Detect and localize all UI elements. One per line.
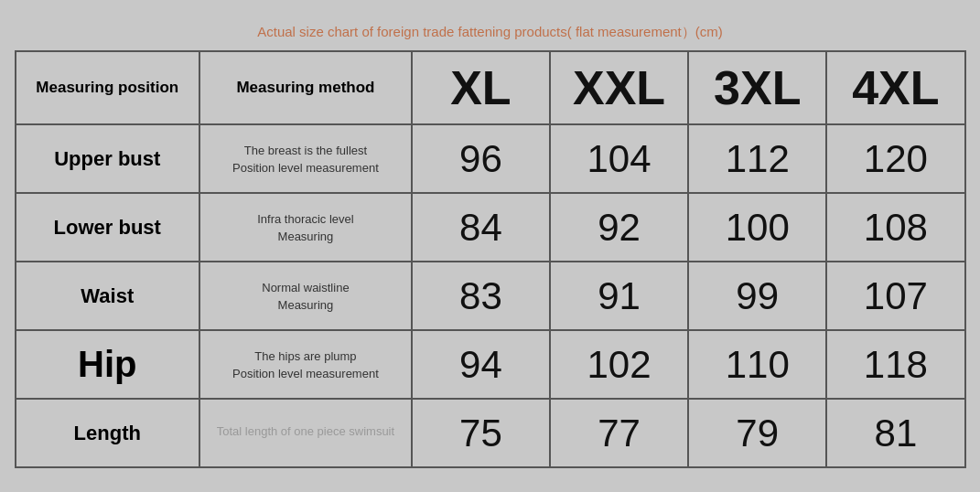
table-row: Lower bustInfra thoracic levelMeasuring8… bbox=[16, 193, 965, 262]
cell-value-0-0: 96 bbox=[412, 124, 550, 193]
header-4xl: 4XL bbox=[826, 51, 964, 124]
cell-method-1: Infra thoracic levelMeasuring bbox=[199, 193, 412, 262]
cell-value-4-0: 75 bbox=[412, 399, 550, 467]
cell-value-2-0: 83 bbox=[412, 262, 550, 330]
cell-value-3-1: 102 bbox=[550, 330, 688, 399]
cell-method-3: The hips are plumpPosition level measure… bbox=[199, 330, 412, 399]
header-xxl: XXL bbox=[550, 51, 688, 124]
header-position: Measuring position bbox=[16, 51, 200, 124]
cell-value-1-2: 100 bbox=[688, 193, 826, 262]
cell-method-2: Normal waistlineMeasuring bbox=[199, 262, 412, 330]
cell-position-4: Length bbox=[16, 399, 200, 467]
table-row: LengthTotal length of one piece swimsuit… bbox=[16, 399, 965, 467]
cell-value-4-1: 77 bbox=[550, 399, 688, 467]
table-row: HipThe hips are plumpPosition level meas… bbox=[16, 330, 965, 399]
cell-value-3-3: 118 bbox=[826, 330, 964, 399]
cell-value-2-2: 99 bbox=[688, 262, 826, 330]
cell-value-3-2: 110 bbox=[688, 330, 826, 399]
cell-value-2-3: 107 bbox=[826, 262, 964, 330]
cell-position-2: Waist bbox=[16, 262, 200, 330]
table-body: Upper bustThe breast is the fullestPosit… bbox=[16, 124, 965, 467]
table-row: Upper bustThe breast is the fullestPosit… bbox=[16, 124, 965, 193]
cell-value-4-3: 81 bbox=[826, 399, 964, 467]
cell-value-0-3: 120 bbox=[826, 124, 964, 193]
cell-value-1-3: 108 bbox=[826, 193, 964, 262]
cell-value-2-1: 91 bbox=[550, 262, 688, 330]
header-xl: XL bbox=[412, 51, 550, 124]
size-table: Measuring position Measuring method XL X… bbox=[15, 50, 966, 468]
cell-value-0-2: 112 bbox=[688, 124, 826, 193]
chart-title: Actual size chart of foreign trade fatte… bbox=[15, 24, 966, 41]
header-3xl: 3XL bbox=[688, 51, 826, 124]
cell-method-4: Total length of one piece swimsuit bbox=[199, 399, 412, 467]
cell-value-0-1: 104 bbox=[550, 124, 688, 193]
cell-position-1: Lower bust bbox=[16, 193, 200, 262]
cell-value-1-1: 92 bbox=[550, 193, 688, 262]
cell-value-4-2: 79 bbox=[688, 399, 826, 467]
cell-position-3: Hip bbox=[16, 330, 200, 399]
size-chart-container: Actual size chart of foreign trade fatte… bbox=[5, 15, 975, 477]
cell-value-1-0: 84 bbox=[412, 193, 550, 262]
table-row: WaistNormal waistlineMeasuring839199107 bbox=[16, 262, 965, 330]
header-method: Measuring method bbox=[199, 51, 412, 124]
table-header-row: Measuring position Measuring method XL X… bbox=[16, 51, 965, 124]
cell-value-3-0: 94 bbox=[412, 330, 550, 399]
cell-position-0: Upper bust bbox=[16, 124, 200, 193]
cell-method-0: The breast is the fullestPosition level … bbox=[199, 124, 412, 193]
